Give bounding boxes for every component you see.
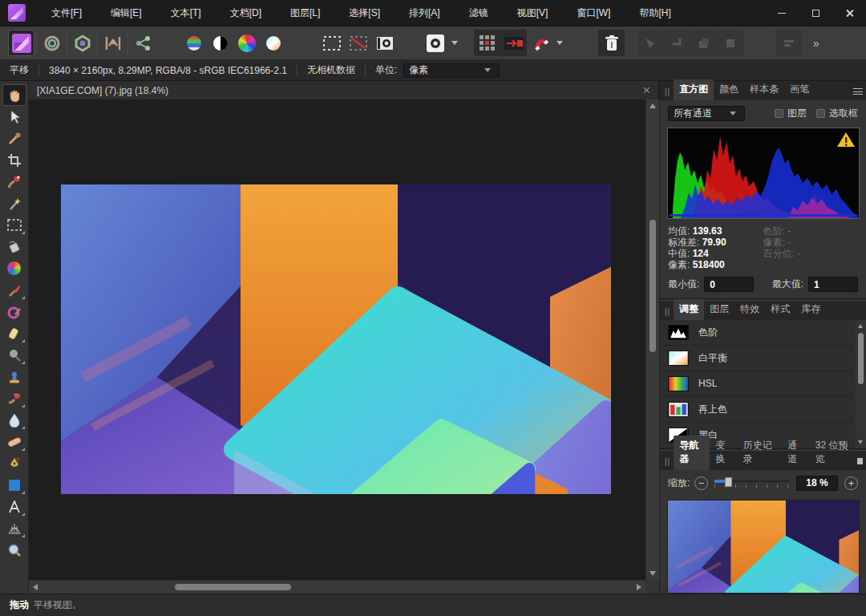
blur-tool[interactable] [2, 409, 26, 431]
quick-mask-frame-button[interactable] [371, 30, 398, 56]
menu-select[interactable]: 选择[S] [334, 0, 395, 26]
liquify-persona-button[interactable] [38, 30, 65, 56]
tab-transform[interactable]: 变换 [710, 436, 738, 470]
adjustment-item-recolour[interactable]: 再上色 [660, 397, 866, 423]
healing-brush-tool[interactable] [2, 431, 26, 452]
tab-colour[interactable]: 颜色 [714, 79, 744, 100]
menu-file[interactable]: 文件[F] [37, 0, 96, 26]
arrange-button[interactable] [775, 30, 802, 56]
max-input[interactable] [808, 277, 858, 292]
tab-brushes[interactable]: 画笔 [784, 79, 815, 100]
menu-text[interactable]: 文本[T] [156, 0, 216, 26]
vertical-scrollbar[interactable] [645, 99, 659, 580]
pen-tool[interactable] [2, 452, 26, 474]
colour-replacement-brush-tool[interactable] [2, 301, 26, 322]
gradient-tool[interactable] [2, 257, 26, 279]
align-right-button[interactable] [690, 30, 717, 56]
tab-histogram[interactable]: 直方图 [674, 79, 714, 100]
auto-colours-button[interactable] [233, 30, 260, 56]
maximize-button[interactable] [799, 0, 832, 26]
zoom-slider[interactable] [714, 476, 790, 489]
align-bottom-button[interactable] [717, 30, 743, 56]
adjustment-scroll-thumb[interactable] [858, 333, 864, 384]
scroll-up-icon[interactable] [858, 324, 863, 328]
align-left-button[interactable] [637, 30, 664, 56]
layer-checkbox[interactable]: 图层 [775, 107, 807, 120]
menu-arrange[interactable]: 排列[A] [395, 0, 455, 26]
zoom-value[interactable]: 18 % [796, 476, 838, 491]
menu-help[interactable]: 帮助[H] [625, 0, 685, 26]
minimize-button[interactable] [765, 0, 799, 26]
menu-filters[interactable]: 滤镜 [455, 0, 503, 26]
dodge-tool[interactable] [2, 344, 26, 366]
channel-dropdown[interactable]: 所有通道 [668, 106, 745, 121]
min-input[interactable] [704, 277, 754, 292]
pixel-grid-button[interactable] [474, 30, 500, 56]
clone-stamp-tool[interactable] [2, 366, 26, 387]
unit-dropdown[interactable]: 像素 [403, 63, 500, 78]
text-tool[interactable] [2, 496, 26, 517]
flood-fill-tool[interactable] [2, 236, 26, 257]
shape-tool[interactable] [2, 474, 26, 496]
panel-grip-icon[interactable]: || [665, 457, 670, 466]
delete-button[interactable] [598, 30, 625, 56]
whole-pixel-move-button[interactable] [500, 30, 527, 56]
zoom-slider-thumb[interactable] [725, 477, 732, 487]
pixel-selection-toggle-button[interactable] [345, 30, 371, 56]
tab-history[interactable]: 历史记录 [738, 436, 782, 470]
eraser-tool[interactable] [2, 322, 26, 344]
scroll-down-icon[interactable] [650, 571, 656, 576]
menu-window[interactable]: 窗口[W] [562, 0, 625, 26]
scroll-up-icon[interactable] [650, 103, 656, 108]
toolbar-overflow-button[interactable]: » [813, 37, 819, 50]
tab-adjustment[interactable]: 调整 [674, 299, 704, 320]
zoom-in-button[interactable]: + [844, 476, 858, 490]
move-tool[interactable] [2, 106, 26, 128]
menu-view[interactable]: 视图[V] [503, 0, 563, 26]
canvas-image[interactable] [61, 184, 611, 494]
horizontal-scrollbar[interactable] [29, 580, 645, 594]
tab-layers[interactable]: 图层 [704, 299, 734, 320]
color-picker-tool[interactable] [2, 128, 26, 149]
scroll-left-icon[interactable] [33, 584, 38, 590]
develop-persona-button[interactable] [69, 30, 95, 56]
tab-navigator[interactable]: 导航器 [674, 436, 710, 470]
crop-tool[interactable] [2, 149, 26, 171]
panel-grip-icon[interactable]: || [665, 307, 670, 316]
marquee-tool[interactable] [2, 214, 26, 236]
auto-contrast-button[interactable] [207, 30, 233, 56]
scroll-down-icon[interactable] [858, 440, 863, 444]
menu-layer[interactable]: 图层[L] [276, 0, 334, 26]
undo-brush-tool[interactable] [2, 387, 26, 409]
vertical-scroll-thumb[interactable] [650, 220, 656, 352]
horizontal-scroll-thumb[interactable] [175, 584, 291, 590]
adjustment-item-levels[interactable]: 色阶 [660, 320, 866, 346]
flood-select-tool[interactable] [2, 192, 26, 214]
marquee-checkbox[interactable]: 选取框 [816, 107, 858, 120]
panel-menu-icon[interactable] [853, 88, 863, 95]
mesh-warp-tool[interactable] [2, 517, 26, 539]
adjustment-item-hsl[interactable]: HSL [660, 371, 866, 397]
tab-effects[interactable]: 特效 [734, 299, 765, 320]
photo-persona-button[interactable] [8, 30, 34, 56]
tab-stock[interactable]: 库存 [795, 299, 826, 320]
menu-document[interactable]: 文档[D] [216, 0, 276, 26]
auto-white-balance-button[interactable] [260, 30, 286, 56]
panel-grip-icon[interactable]: || [665, 87, 670, 96]
panel-menu-icon[interactable] [857, 458, 863, 464]
auto-levels-button[interactable] [180, 30, 207, 56]
snapping-magnet-button[interactable] [527, 30, 553, 56]
view-tool[interactable] [2, 84, 26, 106]
tab-close-icon[interactable] [643, 87, 650, 94]
zoom-out-button[interactable]: − [694, 476, 708, 490]
paint-brush-tool[interactable] [2, 279, 26, 301]
snapping-dropdown-caret[interactable] [556, 41, 563, 45]
adjustment-scrollbar[interactable] [854, 320, 866, 448]
tab-styles[interactable]: 样式 [765, 299, 795, 320]
tab-swatches[interactable]: 样本条 [744, 79, 784, 100]
navigator-thumbnail[interactable] [667, 500, 860, 594]
tab-channels[interactable]: 通道 [782, 436, 810, 470]
zoom-tool[interactable] [2, 539, 26, 561]
tone-mapping-persona-button[interactable] [99, 30, 126, 56]
mask-dropdown-caret[interactable] [451, 41, 458, 45]
